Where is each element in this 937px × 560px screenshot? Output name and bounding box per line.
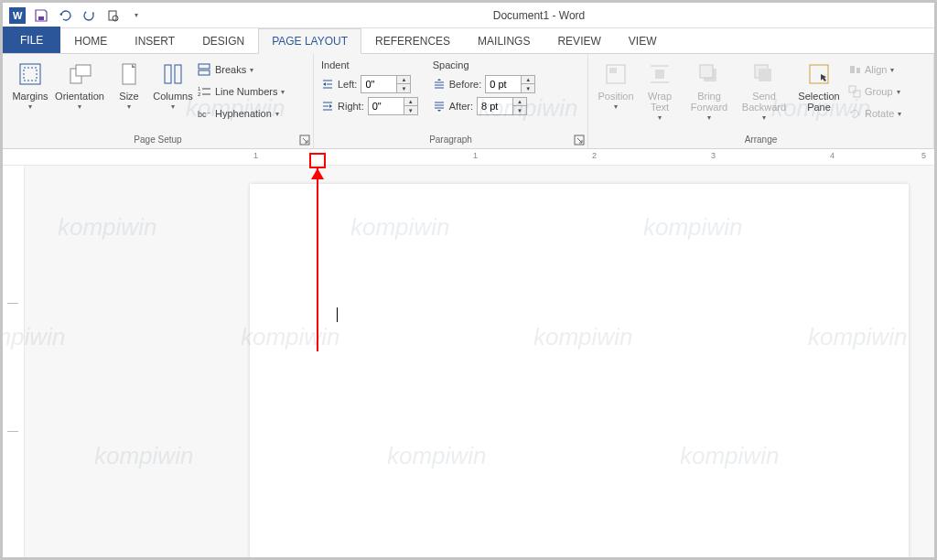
spin-up[interactable]: ▲: [522, 76, 534, 84]
group-btn-label: Group: [865, 86, 893, 97]
align-button[interactable]: Align▾: [848, 59, 901, 80]
vertical-ruler[interactable]: [3, 166, 25, 557]
line-numbers-label: Line Numbers: [215, 86, 277, 97]
tab-mailings[interactable]: MAILINGS: [464, 28, 544, 53]
svg-rect-7: [24, 68, 37, 81]
undo-icon[interactable]: [54, 5, 76, 27]
indent-right-icon: [321, 100, 334, 113]
hyphenation-icon: bc⁻: [197, 106, 211, 121]
size-icon: [114, 59, 144, 89]
bring-forward-button[interactable]: Bring Forward▾: [684, 58, 735, 124]
svg-rect-46: [849, 86, 856, 92]
margins-label: Margins: [12, 91, 48, 102]
tab-home[interactable]: HOME: [60, 28, 121, 53]
hyphenation-label: Hyphenation: [215, 108, 272, 119]
send-backward-label: Send Backward: [740, 91, 788, 113]
window-title: Document1 - Word: [147, 9, 931, 22]
indent-left-icon: [321, 78, 334, 91]
spin-down[interactable]: ▼: [404, 106, 417, 114]
tab-references[interactable]: REFERENCES: [361, 28, 464, 53]
document-page[interactable]: [250, 184, 909, 560]
arrange-group-label: Arrange: [596, 133, 926, 146]
paragraph-launcher[interactable]: [573, 134, 586, 146]
line-numbers-button[interactable]: 12 Line Numbers▾: [197, 81, 285, 102]
svg-rect-40: [700, 65, 713, 78]
svg-rect-45: [856, 68, 860, 73]
selection-pane-button[interactable]: Selection Pane: [793, 58, 845, 114]
spin-up[interactable]: ▲: [513, 98, 526, 106]
quick-access-toolbar: W ▾: [6, 5, 147, 27]
spacing-after-input[interactable]: [477, 97, 513, 115]
document-area: [3, 166, 934, 557]
orientation-label: Orientation: [55, 91, 104, 102]
bring-forward-icon: [695, 59, 724, 89]
ruler-mark: 5: [921, 151, 926, 160]
svg-rect-44: [850, 66, 855, 73]
tab-page-layout[interactable]: PAGE LAYOUT: [258, 28, 361, 54]
columns-label: Columns: [153, 91, 192, 102]
tab-insert[interactable]: INSERT: [121, 28, 188, 53]
tab-file[interactable]: FILE: [3, 27, 60, 53]
svg-rect-42: [759, 69, 771, 81]
spacing-before-label: Before:: [449, 79, 481, 90]
text-cursor: [337, 307, 338, 322]
paragraph-group-label: Paragraph: [321, 133, 580, 146]
bring-forward-label: Bring Forward: [685, 91, 733, 113]
wrap-text-label: Wrap Text: [641, 91, 678, 113]
wrap-text-icon: [645, 59, 674, 89]
send-backward-button[interactable]: Send Backward▾: [738, 58, 790, 124]
spin-down[interactable]: ▼: [522, 84, 534, 92]
columns-button[interactable]: Columns▾: [153, 58, 193, 113]
indent-left-input[interactable]: [361, 75, 397, 93]
selection-pane-label: Selection Pane: [795, 91, 843, 113]
svg-text:bc⁻: bc⁻: [198, 110, 211, 119]
spin-up[interactable]: ▲: [404, 98, 417, 106]
hyphenation-button[interactable]: bc⁻ Hyphenation▾: [197, 103, 285, 124]
rotate-label: Rotate: [865, 108, 894, 119]
indent-left-label: Left:: [338, 79, 357, 90]
spin-down[interactable]: ▼: [513, 106, 526, 114]
tab-review[interactable]: REVIEW: [544, 28, 614, 53]
indent-right-input[interactable]: [368, 97, 404, 115]
svg-rect-12: [175, 65, 181, 83]
selection-pane-icon: [804, 59, 834, 89]
svg-rect-47: [854, 91, 860, 97]
margins-button[interactable]: Margins▾: [10, 58, 50, 113]
group-page-setup: Margins▾ Orientation▾ Size▾ Columns▾ Bre…: [3, 54, 314, 148]
tab-design[interactable]: DESIGN: [188, 28, 258, 53]
spin-up[interactable]: ▲: [397, 76, 410, 84]
svg-rect-13: [199, 64, 210, 69]
redo-icon[interactable]: [78, 5, 100, 27]
page-setup-launcher[interactable]: [298, 134, 311, 146]
position-label: Position: [598, 91, 633, 102]
group-paragraph: Indent Left: ▲▼ Right: ▲▼ Spacing Before…: [314, 54, 588, 148]
title-bar: W ▾ Document1 - Word: [3, 3, 934, 28]
ruler-mark: 1: [473, 151, 478, 160]
align-label: Align: [865, 64, 887, 75]
size-label: Size: [119, 91, 138, 102]
spacing-after-row: After: ▲▼: [433, 96, 535, 116]
ribbon-tabs: FILE HOME INSERT DESIGN PAGE LAYOUT REFE…: [3, 28, 934, 54]
save-icon[interactable]: [30, 5, 52, 27]
size-button[interactable]: Size▾: [109, 58, 149, 113]
group-button[interactable]: Group▾: [848, 81, 901, 102]
tab-view[interactable]: VIEW: [615, 28, 671, 53]
indent-right-row: Right: ▲▼: [321, 96, 418, 116]
breaks-button[interactable]: Breaks▾: [197, 59, 285, 80]
spacing-before-row: Before: ▲▼: [433, 74, 535, 94]
group-icon: [848, 85, 861, 98]
spacing-before-input[interactable]: [485, 75, 522, 93]
touch-mode-icon[interactable]: [102, 5, 124, 27]
horizontal-ruler[interactable]: 1 1 2 3 4 5: [3, 149, 934, 166]
rotate-button[interactable]: Rotate▾: [848, 103, 901, 124]
orientation-button[interactable]: Orientation▾: [54, 58, 105, 113]
position-button[interactable]: Position▾: [596, 58, 636, 113]
breaks-label: Breaks: [215, 64, 246, 75]
ruler-mark: 1: [253, 151, 258, 160]
indent-label: Indent: [321, 59, 418, 70]
spin-down[interactable]: ▼: [397, 84, 410, 92]
wrap-text-button[interactable]: Wrap Text▾: [640, 58, 680, 124]
qat-customize-icon[interactable]: ▾: [125, 5, 147, 27]
ruler-mark: 2: [592, 151, 597, 160]
word-app-icon[interactable]: W: [6, 5, 28, 27]
